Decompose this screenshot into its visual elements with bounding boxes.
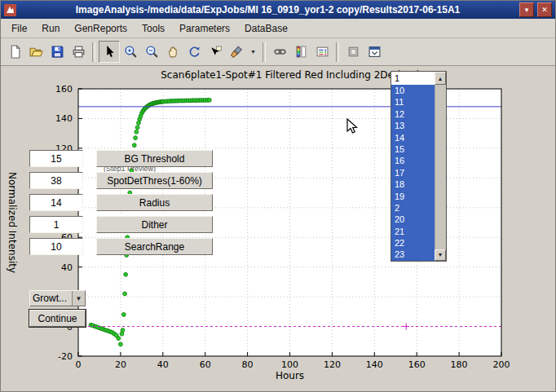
print-icon [72,45,86,59]
svg-text:140: 140 [55,113,73,124]
save-button[interactable] [46,41,68,63]
spot-dropdown-body: 10 11 12 13 14 15 16 17 18 19 2 20 21 22… [391,85,446,261]
svg-text:160: 160 [408,359,426,370]
spot-det-thres-input[interactable] [29,172,83,189]
toolbar-separator [263,42,266,62]
pan-button[interactable] [162,41,183,63]
spot-list-item[interactable]: 10 [391,85,435,96]
pan-hand-icon [166,45,180,59]
bg-threshold-input[interactable] [29,150,83,167]
zoom-in-button[interactable] [120,41,141,63]
spot-dropdown-value[interactable]: 1 [391,72,435,85]
rotate-3d-button[interactable] [183,41,205,63]
spot-list-item[interactable]: 14 [391,132,435,143]
link-plot-icon [273,45,287,59]
dock-figure-button[interactable] [364,41,385,63]
scroll-down-button[interactable]: ▼ [435,249,446,261]
spot-list-item[interactable]: 18 [391,178,435,190]
svg-text:80: 80 [242,359,254,370]
brush-dropdown-arrow[interactable]: ▾ [247,41,259,63]
spot-list-item[interactable]: 19 [391,191,435,202]
insert-legend-icon [316,45,329,59]
new-file-button[interactable] [4,41,25,63]
data-cursor-icon [209,45,223,59]
growth-dropdown[interactable]: Growt... ▼ [29,290,86,306]
zoom-in-icon [124,45,138,59]
spot-list-item[interactable]: 15 [391,143,435,155]
link-plot-button[interactable] [269,41,290,63]
spot-list-item[interactable]: 17 [391,167,435,178]
menu-file[interactable]: File [4,20,34,37]
dither-input[interactable] [29,216,83,233]
spot-list-item[interactable]: 22 [391,237,435,249]
bg-threshold-button[interactable]: BG Threshold [96,150,213,167]
hide-plot-tools-icon [346,45,360,59]
scroll-up-button[interactable]: ▲ [435,72,446,85]
svg-text:-20: -20 [58,351,73,362]
svg-text:Normalized Intensity: Normalized Intensity [7,172,18,273]
spot-list-item[interactable]: 20 [391,214,435,225]
svg-text:180: 180 [451,359,468,370]
spot-list-item[interactable]: 12 [391,108,435,120]
edit-plot-arrow-icon [103,45,117,59]
svg-text:60: 60 [200,359,211,370]
spot-det-thres-button[interactable]: SpotDetThres(1-60%) [96,172,213,189]
spot-number-dropdown: 1 ▲ 10 11 12 13 14 15 16 17 18 19 2 20 2… [391,71,447,262]
radius-input[interactable] [29,194,83,211]
svg-text:40: 40 [157,359,169,370]
rotate-3d-icon [188,45,201,59]
spot-list-item[interactable]: 2 [391,202,435,214]
menu-database[interactable]: DataBase [237,20,295,37]
new-file-icon [8,45,22,59]
spot-list-item[interactable]: 11 [391,96,435,108]
search-range-input[interactable] [29,238,83,255]
zoom-out-button[interactable] [141,41,162,63]
menu-genreports[interactable]: GenReports [67,20,135,37]
svg-text:100: 100 [281,359,298,370]
dither-button[interactable]: Dither [96,216,213,233]
svg-text:160: 160 [55,84,73,95]
title-bar[interactable]: ImageAnalysis-/media/data/ExpJobs/MI 16_… [1,1,555,19]
insert-colorbar-icon [294,45,308,59]
open-folder-button[interactable] [25,41,46,63]
spot-list: 10 11 12 13 14 15 16 17 18 19 2 20 21 22… [391,85,435,261]
spot-list-scrollbar[interactable]: ▼ [435,85,446,261]
brush-icon [230,45,244,59]
insert-colorbar-button[interactable] [290,41,311,63]
edit-plot-button[interactable] [99,41,120,63]
spot-list-item[interactable]: 21 [391,226,435,237]
continue-button[interactable]: Continue [29,310,86,327]
menu-parameters[interactable]: Parameters [172,20,237,37]
hide-plot-tools-button[interactable] [342,41,364,63]
svg-text:Hours: Hours [276,370,304,381]
toolbar-separator [92,42,95,62]
svg-text:40: 40 [61,262,73,273]
insert-legend-button[interactable] [311,41,333,63]
growth-dropdown-value: Growt... [30,293,72,304]
svg-text:140: 140 [366,359,383,370]
spot-dropdown-header: 1 ▲ [391,72,446,85]
menu-bar: File Run GenReports Tools Parameters Dat… [1,19,555,38]
menu-tools[interactable]: Tools [135,20,172,37]
app-icon [4,4,16,16]
data-cursor-button[interactable] [205,41,226,63]
print-button[interactable] [68,41,89,63]
svg-text:120: 120 [324,359,341,370]
svg-text:Scan6plate1-Spot#1 Filtered Re: Scan6plate1-Spot#1 Filtered Red Includin… [161,69,419,81]
search-range-button[interactable]: SearchRange [96,238,213,255]
chevron-down-icon[interactable]: ▼ [72,291,85,306]
spot-list-item[interactable]: 16 [391,155,435,166]
spot-list-item[interactable]: 23 [391,249,435,260]
svg-text:200: 200 [493,359,510,370]
minimize-button[interactable]: ▾ [519,2,534,17]
spot-list-item[interactable]: 13 [391,120,435,131]
zoom-out-icon [145,45,159,59]
menu-run[interactable]: Run [34,20,67,37]
scrollbar-track[interactable] [435,85,446,249]
close-button[interactable]: ✕ [537,2,552,17]
svg-text:0: 0 [76,359,82,370]
save-icon [51,45,64,59]
radius-button[interactable]: Radius [96,194,213,211]
svg-text:20: 20 [115,359,126,370]
brush-button[interactable] [226,41,247,63]
